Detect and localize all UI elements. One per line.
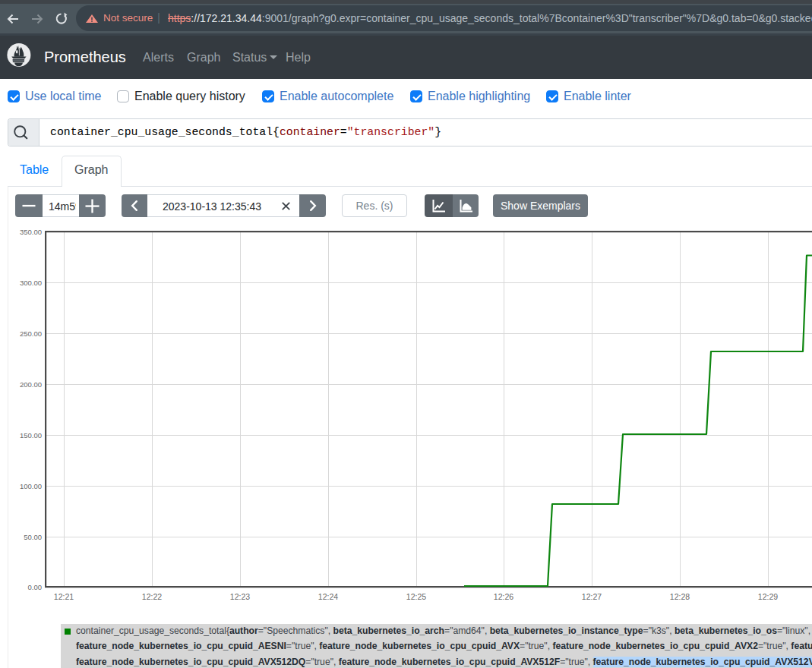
svg-text:12:24: 12:24 — [318, 592, 338, 601]
svg-text:350.00: 350.00 — [20, 228, 42, 236]
svg-text:250.00: 250.00 — [20, 329, 42, 338]
svg-text:200.00: 200.00 — [20, 380, 42, 389]
svg-text:12:26: 12:26 — [494, 592, 513, 601]
svg-text:12:23: 12:23 — [230, 592, 250, 601]
svg-text:12:29: 12:29 — [758, 592, 778, 601]
svg-text:50.00: 50.00 — [24, 533, 42, 541]
svg-text:12:25: 12:25 — [406, 592, 426, 601]
svg-text:12:22: 12:22 — [142, 592, 162, 601]
svg-text:150.00: 150.00 — [20, 431, 42, 440]
svg-text:12:27: 12:27 — [582, 592, 602, 601]
svg-text:100.00: 100.00 — [20, 482, 42, 490]
svg-text:12:21: 12:21 — [54, 592, 74, 601]
svg-text:300.00: 300.00 — [20, 279, 42, 287]
svg-text:12:28: 12:28 — [670, 592, 690, 601]
svg-text:0.00: 0.00 — [28, 583, 43, 591]
